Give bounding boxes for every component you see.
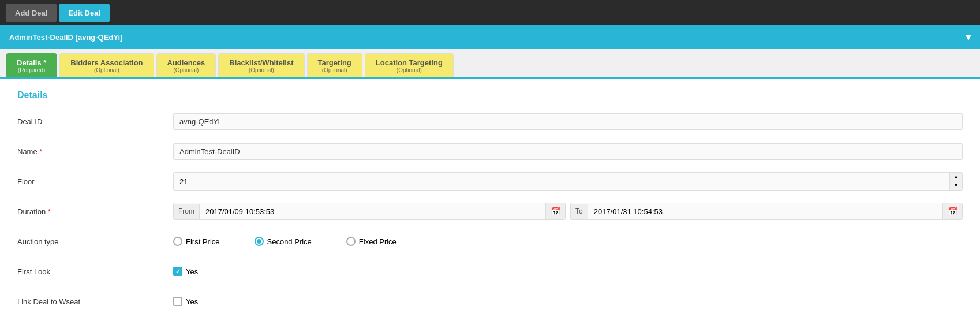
name-required-star: * — [39, 147, 42, 156]
radio-label-second: Second Price — [267, 237, 312, 246]
floor-input[interactable] — [174, 174, 949, 189]
auction-options: First Price Second Price Fixed Price — [173, 237, 963, 246]
auction-type-label: Auction type — [17, 237, 173, 246]
tab-targeting[interactable]: Targeting(Optional) — [307, 53, 362, 77]
duration-label: Duration * — [17, 207, 173, 216]
first-look-yes-label: Yes — [186, 267, 198, 276]
duration-wrapper: From 📅 To 📅 — [173, 203, 963, 220]
deal-id-input[interactable] — [173, 113, 963, 130]
edit-deal-button[interactable]: Edit Deal — [59, 4, 110, 22]
first-look-row: First Look Yes — [17, 261, 963, 282]
radio-first[interactable] — [173, 237, 182, 246]
tab-details[interactable]: Details *(Required) — [6, 53, 57, 77]
deal-selector-label: AdminTest-DealID [avng-QEdYi] — [9, 33, 122, 42]
chevron-down-icon[interactable]: ▾ — [966, 31, 971, 43]
radio-label-fixed: Fixed Price — [359, 237, 397, 246]
add-deal-button[interactable]: Add Deal — [6, 4, 57, 22]
name-label: Name * — [17, 147, 173, 156]
floor-spinner-down[interactable]: ▼ — [950, 181, 962, 190]
first-look-label: First Look — [17, 267, 173, 276]
top-nav: Add Deal Edit Deal — [0, 0, 980, 25]
tab-bar: Details *(Required)Bidders Association(O… — [0, 49, 980, 79]
floor-spinner-up[interactable]: ▲ — [950, 173, 962, 181]
duration-from-input[interactable] — [200, 204, 545, 219]
link-deal-label: Link Deal to Wseat — [17, 297, 173, 306]
link-deal-row: Link Deal to Wseat Yes — [17, 291, 963, 312]
first-look-checkbox[interactable] — [173, 267, 182, 276]
main-content: Details Deal ID Name * Floor ▲ ▼ Duratio… — [0, 79, 980, 332]
section-title: Details — [17, 90, 963, 100]
deal-id-row: Deal ID — [17, 111, 963, 132]
to-calendar-button[interactable]: 📅 — [942, 203, 962, 219]
link-deal-option: Yes — [173, 297, 198, 306]
name-row: Name * — [17, 141, 963, 162]
name-input[interactable] — [173, 143, 963, 160]
auction-option-fixed[interactable]: Fixed Price — [346, 237, 397, 246]
duration-required-star: * — [48, 207, 51, 216]
floor-wrapper: ▲ ▼ — [173, 172, 963, 191]
radio-second[interactable] — [255, 237, 264, 246]
floor-row: Floor ▲ ▼ — [17, 171, 963, 192]
deal-selector-bar[interactable]: AdminTest-DealID [avng-QEdYi] ▾ — [0, 25, 980, 49]
tab-audiences[interactable]: Audiences(Optional) — [156, 53, 216, 77]
floor-label: Floor — [17, 177, 173, 186]
link-deal-checkbox[interactable] — [173, 297, 182, 306]
to-label: To — [571, 204, 588, 219]
tab-blacklist[interactable]: Blacklist/Whitelist(Optional) — [218, 53, 304, 77]
radio-label-first: First Price — [186, 237, 220, 246]
deal-id-label: Deal ID — [17, 117, 173, 126]
duration-from: From 📅 — [173, 203, 566, 220]
radio-fixed[interactable] — [346, 237, 356, 246]
floor-spinner: ▲ ▼ — [949, 173, 962, 190]
auction-type-row: Auction type First Price Second Price Fi… — [17, 231, 963, 252]
duration-to-input[interactable] — [588, 204, 942, 219]
from-label: From — [174, 204, 200, 219]
auction-option-second[interactable]: Second Price — [255, 237, 312, 246]
first-look-option: Yes — [173, 267, 198, 276]
duration-row: Duration * From 📅 To 📅 — [17, 201, 963, 222]
auction-option-first[interactable]: First Price — [173, 237, 220, 246]
tab-location[interactable]: Location Targeting(Optional) — [365, 53, 454, 77]
tab-bidders[interactable]: Bidders Association(Optional) — [59, 53, 154, 77]
link-deal-yes-label: Yes — [186, 297, 198, 306]
from-calendar-button[interactable]: 📅 — [545, 203, 565, 219]
duration-to: To 📅 — [570, 203, 963, 220]
